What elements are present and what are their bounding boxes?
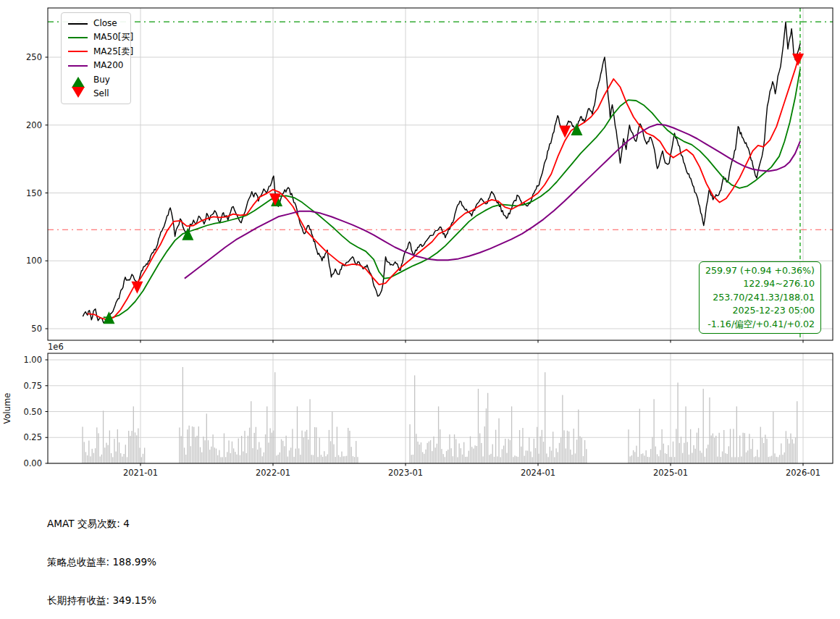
volume-bar: [130, 436, 130, 463]
date-tick-label: 2024-01: [521, 468, 555, 478]
volume-bar: [220, 457, 221, 463]
volume-bar: [222, 457, 223, 463]
date-tick-label: 2023-01: [388, 468, 423, 478]
volume-bar: [212, 434, 213, 463]
volume-bar: [715, 436, 716, 463]
volume-bar: [736, 406, 737, 463]
volume-bar: [639, 409, 640, 463]
volume-bar: [551, 450, 552, 463]
volume-bar: [198, 426, 199, 463]
volume-bar: [441, 449, 442, 463]
volume-bar: [224, 433, 224, 463]
volume-bar: [487, 393, 488, 463]
volume-bar: [684, 443, 684, 463]
volume-bar: [774, 453, 775, 463]
volume-bar: [560, 437, 561, 463]
volume-bar: [104, 447, 105, 463]
volume-bar: [429, 442, 429, 463]
volume-bar: [100, 457, 101, 463]
volume-bar: [636, 446, 637, 463]
volume-bar: [182, 367, 183, 463]
volume-bar: [638, 457, 639, 463]
volume-bar: [103, 410, 104, 463]
volume-bar: [474, 445, 475, 463]
volume-bar: [311, 455, 312, 463]
volume-bar: [449, 434, 450, 463]
volume-bar: [230, 453, 231, 463]
volume-bar: [357, 457, 358, 463]
volume-bar: [435, 447, 436, 463]
volume-bar: [448, 450, 448, 463]
ma25-line-swatch: [68, 51, 88, 52]
volume-bar: [235, 452, 235, 463]
volume-bar: [703, 389, 704, 463]
volume-bar: [233, 448, 234, 463]
volume-bar: [353, 456, 353, 463]
volume-bar: [413, 455, 413, 463]
volume-bar: [282, 441, 283, 463]
volume-bar: [522, 428, 523, 463]
volume-bar: [652, 437, 652, 463]
volume-bar: [327, 454, 328, 463]
volume-bar: [792, 439, 793, 463]
ma-values-line: 253.70/241.33/188.01: [705, 291, 815, 304]
volume-bar: [187, 429, 188, 463]
volume-bar: [297, 406, 298, 463]
volume-bar: [295, 449, 296, 463]
volume-bar: [189, 426, 190, 463]
volume-bar: [676, 429, 676, 463]
volume-bar: [240, 455, 240, 463]
volume-bar: [514, 455, 515, 463]
volume-bar: [273, 431, 274, 463]
date-tick-label: 2022-01: [256, 468, 290, 478]
legend-item-sell: Sell: [68, 87, 124, 101]
volume-bar: [545, 372, 545, 463]
volume-bar: [709, 397, 710, 463]
volume-bar: [719, 433, 720, 463]
price-tick-label: 50: [31, 324, 42, 334]
volume-bar: [340, 457, 340, 463]
volume-bar: [537, 427, 537, 463]
volume-offset-label: 1e6: [48, 342, 64, 352]
legend-item-close: Close: [68, 17, 124, 30]
volume-bar: [757, 450, 757, 463]
volume-bar: [341, 452, 342, 463]
volume-bar: [692, 453, 692, 463]
volume-bar: [193, 427, 194, 463]
volume-bar: [416, 434, 416, 463]
volume-bar: [752, 439, 753, 463]
volume-bar: [82, 427, 83, 464]
volume-bar: [742, 433, 743, 463]
volume-bar: [216, 449, 217, 463]
volume-bar: [308, 439, 308, 463]
volume-bar: [666, 454, 667, 463]
volume-bar: [123, 454, 124, 463]
volume-bar: [581, 438, 582, 463]
volume-bar: [660, 450, 660, 463]
volume-bar: [144, 447, 145, 463]
volume-bar: [760, 427, 761, 463]
sell-triangle-icon: [68, 90, 88, 98]
timestamp-line: 2025-12-23 05:00: [705, 304, 815, 317]
volume-bar: [338, 455, 339, 463]
volume-bar: [749, 434, 749, 463]
volume-bar: [276, 455, 277, 463]
volume-bar: [546, 453, 547, 463]
volume-bar: [446, 451, 447, 463]
volume-bar: [529, 437, 529, 463]
volume-bar: [421, 442, 421, 463]
chart-window: 501001502002500.000.250.500.751.002021-0…: [0, 0, 840, 619]
volume-bar: [519, 430, 520, 463]
volume-bar: [758, 457, 759, 463]
volume-bar: [786, 431, 786, 463]
volume-bar: [411, 455, 412, 463]
volume-tick-label: 0.00: [23, 458, 42, 468]
volume-bar: [490, 454, 491, 463]
volume-bar: [108, 445, 109, 463]
volume-bar: [270, 429, 271, 464]
price-tick-label: 250: [26, 52, 42, 62]
volume-bar: [85, 452, 86, 463]
volume-bar: [217, 455, 218, 463]
indicator-line: -1.16/偏空/+0.41/+0.02: [705, 318, 815, 331]
volume-bar: [482, 456, 483, 463]
